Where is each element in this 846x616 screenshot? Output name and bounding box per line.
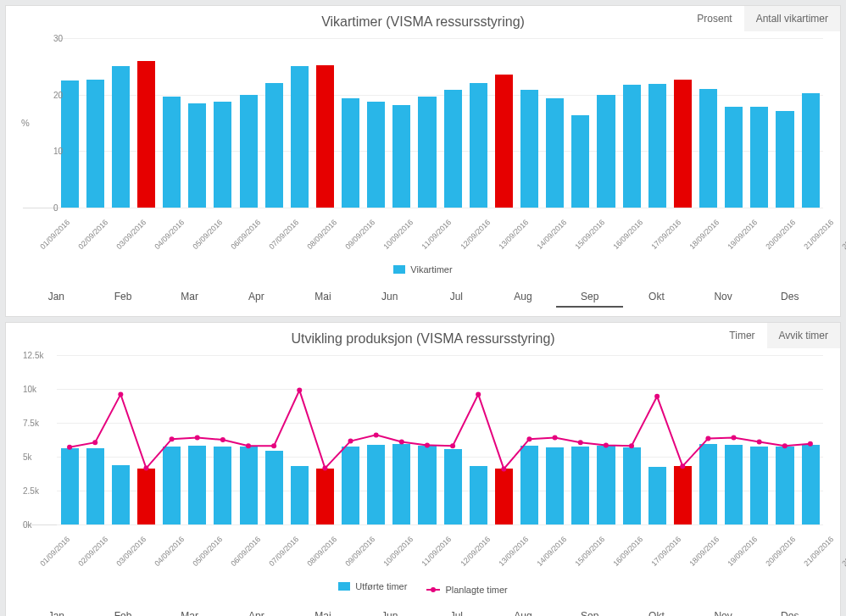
bar[interactable] xyxy=(163,447,181,524)
bar[interactable] xyxy=(137,469,155,524)
month-mai[interactable]: Mai xyxy=(290,287,357,308)
bar[interactable] xyxy=(418,97,436,208)
bar[interactable] xyxy=(265,83,283,208)
month-apr[interactable]: Apr xyxy=(223,287,290,308)
bar[interactable] xyxy=(648,84,666,208)
bar[interactable] xyxy=(495,469,513,524)
bar[interactable] xyxy=(571,447,589,524)
bar[interactable] xyxy=(367,102,385,208)
bar[interactable] xyxy=(648,467,666,524)
bar[interactable] xyxy=(214,102,231,208)
bar[interactable] xyxy=(520,446,538,524)
bar[interactable] xyxy=(214,447,231,524)
bar[interactable] xyxy=(520,90,538,208)
bar[interactable] xyxy=(802,445,820,524)
bar[interactable] xyxy=(725,107,743,208)
bar[interactable] xyxy=(674,80,692,208)
bar[interactable] xyxy=(316,65,334,208)
month-sep[interactable]: Sep xyxy=(556,607,623,616)
bar[interactable] xyxy=(367,445,385,524)
month-mar[interactable]: Mar xyxy=(156,287,223,308)
bar[interactable] xyxy=(776,111,793,208)
month-jun[interactable]: Jun xyxy=(356,287,423,308)
month-jan[interactable]: Jan xyxy=(23,607,90,616)
bar[interactable] xyxy=(291,66,309,208)
bar[interactable] xyxy=(342,447,359,524)
bar[interactable] xyxy=(444,90,462,208)
bar[interactable] xyxy=(112,465,130,524)
ytick: 30 xyxy=(53,34,57,43)
bar[interactable] xyxy=(776,447,793,524)
bar[interactable] xyxy=(623,85,641,208)
month-des[interactable]: Des xyxy=(756,607,823,616)
month-feb[interactable]: Feb xyxy=(90,287,157,308)
bar[interactable] xyxy=(623,447,641,524)
month-aug[interactable]: Aug xyxy=(490,607,557,616)
bar[interactable] xyxy=(597,95,615,208)
chart1-plot: % 0102030 xyxy=(23,38,823,208)
ytick: 2.5k xyxy=(23,486,39,496)
bar[interactable] xyxy=(86,80,104,208)
ytick: 20 xyxy=(53,90,57,99)
month-jun[interactable]: Jun xyxy=(356,607,423,616)
tab-timer[interactable]: Timer xyxy=(717,323,766,348)
month-jul[interactable]: Jul xyxy=(423,607,490,616)
bar[interactable] xyxy=(470,466,487,524)
month-jul[interactable]: Jul xyxy=(423,287,490,308)
bar[interactable] xyxy=(418,446,436,524)
months-row-1: JanFebMarAprMaiJunJulAugSepOktNovDes xyxy=(6,284,840,316)
bar[interactable] xyxy=(725,445,743,524)
bar[interactable] xyxy=(188,103,206,208)
month-apr[interactable]: Apr xyxy=(223,607,290,616)
bar[interactable] xyxy=(291,466,309,524)
bar[interactable] xyxy=(61,448,79,524)
bar[interactable] xyxy=(392,105,410,208)
bar[interactable] xyxy=(546,447,564,524)
bar[interactable] xyxy=(597,446,615,524)
month-mar[interactable]: Mar xyxy=(156,607,223,616)
bar[interactable] xyxy=(265,451,283,524)
bar[interactable] xyxy=(802,93,820,208)
bar[interactable] xyxy=(86,448,104,524)
chart2-title: Utvikling produksjon (VISMA ressursstyri… xyxy=(6,323,840,352)
bar[interactable] xyxy=(61,80,79,208)
months-row-2: JanFebMarAprMaiJunJulAugSepOktNovDes xyxy=(6,603,840,616)
ytick: 5k xyxy=(23,452,32,462)
tab-prosent[interactable]: Prosent xyxy=(685,6,743,31)
bar[interactable] xyxy=(240,447,258,524)
chart2-plot: 0k2.5k5k7.5k10k12.5k xyxy=(23,355,823,525)
bar[interactable] xyxy=(750,447,768,524)
bar[interactable] xyxy=(240,95,258,208)
bar[interactable] xyxy=(699,89,717,208)
tab-antall-vikartimer[interactable]: Antall vikartimer xyxy=(744,6,840,31)
bar[interactable] xyxy=(112,66,130,208)
bar[interactable] xyxy=(316,469,334,524)
tab-avvik-timer[interactable]: Avvik timer xyxy=(767,323,840,348)
month-okt[interactable]: Okt xyxy=(623,607,690,616)
bar[interactable] xyxy=(699,444,717,524)
bar[interactable] xyxy=(470,83,487,208)
month-okt[interactable]: Okt xyxy=(623,287,690,308)
chart1-xlabels: 01/09/201602/09/201603/09/201604/09/2016… xyxy=(57,208,823,259)
bar[interactable] xyxy=(392,444,410,524)
bar[interactable] xyxy=(495,75,513,208)
bar[interactable] xyxy=(342,98,359,208)
bar[interactable] xyxy=(674,466,692,524)
month-nov[interactable]: Nov xyxy=(690,607,757,616)
ytick: 12.5k xyxy=(23,351,43,360)
legend-line-planlagte xyxy=(426,589,440,591)
bar[interactable] xyxy=(546,98,564,208)
month-aug[interactable]: Aug xyxy=(490,287,557,308)
month-mai[interactable]: Mai xyxy=(290,607,357,616)
bar[interactable] xyxy=(163,97,181,208)
bar[interactable] xyxy=(571,115,589,208)
bar[interactable] xyxy=(188,446,206,524)
month-sep[interactable]: Sep xyxy=(556,287,623,308)
month-feb[interactable]: Feb xyxy=(90,607,157,616)
bar[interactable] xyxy=(444,449,462,524)
month-des[interactable]: Des xyxy=(756,287,823,308)
month-jan[interactable]: Jan xyxy=(23,287,90,308)
month-nov[interactable]: Nov xyxy=(690,287,757,308)
bar[interactable] xyxy=(137,61,155,208)
bar[interactable] xyxy=(750,107,768,208)
